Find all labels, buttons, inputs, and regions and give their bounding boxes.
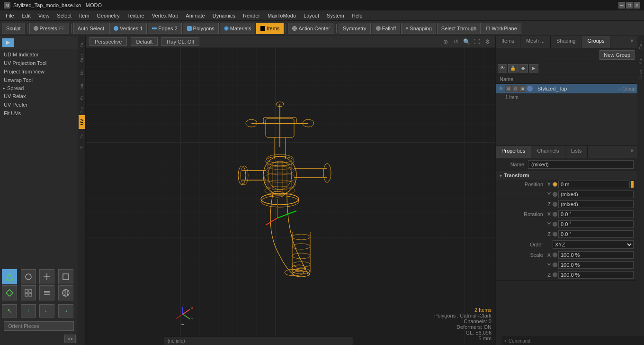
tab-mesh[interactable]: Mesh ... bbox=[520, 36, 551, 48]
menu-select[interactable]: Select bbox=[53, 12, 75, 19]
rstrip-tab-user[interactable]: User bbox=[637, 67, 644, 82]
edges-button[interactable]: Edges 2 bbox=[148, 23, 181, 34]
viewport[interactable]: Perspective Default Ray GL: Off ⊕ ↺ 🔍 ⛶ … bbox=[86, 36, 495, 345]
orient-pieces-button[interactable]: Orient Pieces bbox=[4, 321, 74, 331]
menu-texture[interactable]: Texture bbox=[124, 12, 148, 19]
close-button[interactable]: ✕ bbox=[634, 2, 640, 9]
item-eye-icon[interactable]: 👁 bbox=[498, 85, 504, 92]
menu-animate[interactable]: Animate bbox=[182, 12, 208, 19]
icon-btn-1[interactable] bbox=[2, 269, 17, 284]
order-select[interactable]: XYZ XZY YXZ YZX ZXY ZYX bbox=[553, 240, 634, 249]
vp-tab-perspective[interactable]: Perspective bbox=[89, 37, 127, 46]
action-center-button[interactable]: Action Center bbox=[288, 23, 334, 34]
item-icon-1[interactable]: ⊞ bbox=[505, 85, 512, 92]
tb-lock-btn[interactable]: 🔒 bbox=[508, 64, 518, 73]
minimize-button[interactable]: ─ bbox=[618, 2, 625, 9]
tool-spread-header[interactable]: Spread bbox=[0, 84, 78, 92]
arrow-up[interactable]: ↑ bbox=[21, 304, 36, 318]
vp-icon-refresh[interactable]: ↺ bbox=[452, 37, 460, 46]
icon-btn-7[interactable] bbox=[39, 285, 54, 300]
menu-layout[interactable]: Layout bbox=[300, 12, 323, 19]
menu-geometry[interactable]: Geometry bbox=[93, 12, 123, 19]
props-tab-properties[interactable]: Properties bbox=[496, 146, 531, 158]
menu-view[interactable]: View bbox=[35, 12, 54, 19]
menu-help[interactable]: Help bbox=[348, 12, 367, 19]
viewport-canvas[interactable]: X Y Z bbox=[86, 47, 495, 345]
rstrip-tab-an[interactable]: An... bbox=[637, 53, 644, 67]
tab-items[interactable]: Items bbox=[496, 36, 520, 48]
rotation-z-input[interactable] bbox=[558, 230, 634, 238]
right-tab-expand[interactable]: ▼ bbox=[626, 36, 637, 48]
tb-eye-btn[interactable]: 👁 bbox=[498, 64, 507, 73]
expand-button[interactable]: >> bbox=[64, 335, 76, 343]
vp-icon-crosshair[interactable]: ⊕ bbox=[441, 37, 450, 46]
scale-x-input[interactable] bbox=[558, 251, 634, 259]
rstrip-tab-gro[interactable]: Gro... bbox=[637, 36, 644, 53]
menu-system[interactable]: System bbox=[323, 12, 348, 19]
transform-header[interactable]: Transform bbox=[496, 171, 637, 180]
arrow-left[interactable]: ← bbox=[39, 304, 54, 318]
menu-edit[interactable]: Edit bbox=[18, 12, 35, 19]
window-controls[interactable]: ─ □ ✕ bbox=[618, 2, 640, 9]
scale-y-input[interactable] bbox=[558, 261, 634, 269]
tool-uv-relax[interactable]: UV Relax bbox=[0, 92, 78, 100]
materials-button[interactable]: Materials bbox=[220, 23, 256, 34]
props-tab-add[interactable]: + bbox=[588, 146, 598, 158]
presets-button[interactable]: Presets F6 bbox=[29, 23, 69, 34]
position-x-circle[interactable] bbox=[553, 182, 557, 187]
vp-tab-raygl[interactable]: Ray GL: Off bbox=[161, 37, 199, 46]
scale-x-circle[interactable] bbox=[553, 253, 557, 257]
props-tab-lists[interactable]: Lists bbox=[565, 146, 588, 158]
falloff-button[interactable]: Falloff bbox=[372, 23, 401, 34]
vstrip-active-tab[interactable]: UV bbox=[79, 115, 85, 129]
tool-uv-peeler[interactable]: UV Peeler bbox=[0, 100, 78, 109]
menu-item[interactable]: Item bbox=[75, 12, 93, 19]
menu-maxtomode[interactable]: MaxToModo bbox=[264, 12, 300, 19]
tool-uv-proj[interactable]: UV Projection Tool bbox=[0, 59, 78, 67]
position-x-drag[interactable] bbox=[631, 181, 634, 188]
vertices-button[interactable]: Vertices 1 bbox=[109, 23, 147, 34]
props-tab-expand[interactable]: ▼ bbox=[626, 146, 637, 158]
menu-render[interactable]: Render bbox=[239, 12, 264, 19]
icon-btn-3[interactable] bbox=[39, 269, 54, 284]
icon-btn-5[interactable] bbox=[2, 285, 17, 300]
item-icon-2[interactable]: ⊟ bbox=[512, 85, 519, 92]
tb-anim-btn[interactable]: ▶ bbox=[529, 64, 538, 73]
scale-z-circle[interactable] bbox=[553, 272, 557, 277]
position-y-input[interactable] bbox=[558, 191, 634, 198]
tab-groups[interactable]: Groups bbox=[581, 36, 610, 48]
position-z-circle[interactable] bbox=[553, 202, 557, 207]
tb-render-btn[interactable]: ◆ bbox=[519, 64, 528, 73]
rotation-z-circle[interactable] bbox=[553, 232, 557, 236]
polygons-button[interactable]: Polygons bbox=[183, 23, 219, 34]
command-input[interactable] bbox=[509, 338, 642, 344]
props-name-input[interactable] bbox=[528, 160, 634, 169]
auto-select-button[interactable]: Auto Select bbox=[73, 23, 108, 34]
menu-vertex-map[interactable]: Vertex Map bbox=[148, 12, 182, 19]
item-row-stylized-tap[interactable]: 👁 ⊞ ⊟ ⊠ Stylized_Tap →Group bbox=[496, 84, 637, 93]
props-tab-channels[interactable]: Channels bbox=[531, 146, 565, 158]
tool-project-view[interactable]: Project from View bbox=[0, 67, 78, 76]
snapping-button[interactable]: ⌖ Snapping bbox=[401, 23, 436, 34]
left-tb-btn-1[interactable]: ▶ bbox=[2, 38, 14, 47]
rotation-y-input[interactable] bbox=[558, 220, 634, 228]
position-z-input[interactable] bbox=[558, 200, 634, 208]
menu-dynamics[interactable]: Dynamics bbox=[209, 12, 239, 19]
arrow-right[interactable]: → bbox=[58, 304, 73, 318]
item-icon-3[interactable]: ⊠ bbox=[519, 85, 526, 92]
sculpt-button[interactable]: Sculpt bbox=[2, 23, 25, 34]
vp-tab-default[interactable]: Default bbox=[131, 37, 158, 46]
items-button[interactable]: Items bbox=[256, 23, 284, 34]
rotation-x-circle[interactable] bbox=[553, 212, 557, 217]
tool-udim[interactable]: UDIM Indicator bbox=[0, 50, 78, 59]
icon-btn-4[interactable] bbox=[58, 269, 73, 284]
vp-icon-settings[interactable]: ⚙ bbox=[483, 37, 492, 46]
select-through-button[interactable]: Select Through bbox=[437, 23, 481, 34]
arrow-up-left[interactable]: ↖ bbox=[2, 304, 17, 318]
vp-icon-search[interactable]: 🔍 bbox=[462, 37, 471, 46]
position-x-input[interactable] bbox=[558, 181, 630, 188]
tool-unwrap[interactable]: Unwrap Tool bbox=[0, 76, 78, 84]
rotation-y-circle[interactable] bbox=[553, 222, 557, 227]
scale-z-input[interactable] bbox=[558, 271, 634, 279]
menu-file[interactable]: File bbox=[2, 12, 18, 19]
